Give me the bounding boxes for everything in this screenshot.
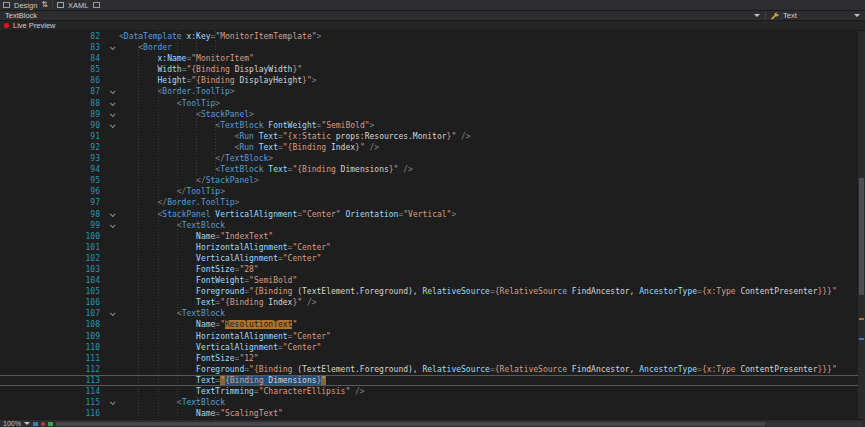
code-line[interactable]: 89 <StackPanel> (0, 109, 865, 120)
live-preview-bar: Live Preview (0, 21, 865, 31)
line-number: 100 (0, 231, 104, 242)
line-number: 103 (0, 264, 104, 275)
fold-chevron-icon[interactable] (104, 397, 119, 408)
fold-chevron-icon[interactable] (104, 98, 119, 109)
code-line[interactable]: 93 </TextBlock> (0, 153, 865, 164)
code-line[interactable]: 84 x:Name="MonitorItem" (0, 53, 865, 64)
code-line[interactable]: 106 Text="{Binding Index}" /> (0, 297, 865, 308)
code-line[interactable]: 113 Text="{Binding Dimensions}" (0, 375, 865, 386)
code-token: AncestorType (639, 287, 697, 296)
split-indicator-icon (33, 422, 38, 426)
swap-panes-icon[interactable]: ⇅ (41, 1, 48, 9)
code-line[interactable]: 105 Foreground="{Binding (TextElement.Fo… (0, 286, 865, 297)
code-line[interactable]: 88 <ToolTip> (0, 98, 865, 109)
design-tab[interactable]: Design (14, 1, 37, 10)
code-token: "MonitorItem" (191, 54, 254, 63)
code-token (119, 165, 215, 174)
zoom-chevron-icon[interactable] (24, 422, 30, 425)
line-number: 106 (0, 297, 104, 308)
fold-chevron-icon[interactable] (104, 308, 119, 319)
fold-chevron-icon[interactable] (104, 42, 119, 53)
chevron-down-icon[interactable] (854, 14, 860, 17)
code-line[interactable]: 95 </StackPanel> (0, 175, 865, 186)
code-line[interactable]: 109 HorizontalAlignment="Center" (0, 331, 865, 342)
code-line[interactable]: 82<DataTemplate x:Key="MonitorItemTempla… (0, 31, 865, 42)
code-line[interactable]: 104 FontWeight="SemiBold" (0, 275, 865, 286)
code-line[interactable]: 116 Name="ScalingText" (0, 408, 865, 419)
vertical-scrollbar[interactable] (858, 31, 865, 419)
scrollbar-thumb[interactable] (56, 422, 765, 426)
code-line[interactable]: 91 <Run Text="{x:Static props:Resources.… (0, 131, 865, 142)
sync-indicator-icon (48, 422, 53, 426)
code-line[interactable]: 112 Foreground="{Binding (TextElement.Fo… (0, 364, 865, 375)
line-number: 101 (0, 242, 104, 253)
design-surface-icon (3, 2, 10, 8)
split-pane-icon[interactable] (93, 2, 100, 8)
code-line[interactable]: 99 <TextBlock (0, 220, 865, 231)
line-number: 116 (0, 408, 104, 419)
code-line[interactable]: 108 Name="ResolutionText" (0, 319, 865, 330)
fold-chevron-icon[interactable] (104, 209, 119, 220)
code-token: "IndexText" (220, 232, 273, 241)
code-token: "{x:Static (283, 132, 336, 141)
code-line[interactable]: 86 Height="{Binding DisplayHeight}"> (0, 75, 865, 86)
code-line[interactable]: 110 VerticalAlignment="Center" (0, 342, 865, 353)
xaml-tab[interactable]: XAML (68, 1, 88, 10)
code-token: TextBlock (220, 165, 263, 174)
element-dropdown[interactable]: TextBlock (0, 11, 765, 20)
code-token: Index (331, 143, 355, 152)
code-token: StackPanel (201, 110, 249, 119)
code-line[interactable]: 103 FontSize="28" (0, 264, 865, 275)
xaml-doc-icon (57, 2, 64, 8)
code-token: "Center" (302, 210, 341, 219)
code-line[interactable]: 97 </Border.ToolTip> (0, 197, 865, 208)
property-dropdown[interactable]: Text (765, 11, 865, 20)
fold-chevron-icon[interactable] (104, 109, 119, 120)
code-line[interactable]: 94 <TextBlock Text="{Binding Dimensions}… (0, 164, 865, 175)
code-token: Index (268, 298, 292, 307)
code-token: (TextElement.Foreground), (297, 287, 417, 296)
code-token (119, 320, 196, 329)
code-line[interactable]: 85 Width="{Binding DisplayWidth}" (0, 64, 865, 75)
live-preview-label[interactable]: Live Preview (13, 21, 56, 30)
code-line[interactable]: 102 VerticalAlignment="Center" (0, 253, 865, 264)
code-token (119, 309, 177, 318)
code-line[interactable]: 114 TextTrimming="CharacterEllipsis" /> (0, 386, 865, 397)
code-line[interactable]: 92 <Run Text="{Binding Index}" /> (0, 142, 865, 153)
separator (52, 1, 53, 9)
scrollbar-thumb[interactable] (859, 178, 864, 294)
code-line[interactable]: 101 HorizontalAlignment="Center" (0, 242, 865, 253)
code-token: HorizontalAlignment (196, 243, 288, 252)
code-line[interactable]: 96 </ToolTip> (0, 186, 865, 197)
fold-chevron-icon[interactable] (104, 120, 119, 131)
code-line[interactable]: 98 <StackPanel VerticalAlignment="Center… (0, 209, 865, 220)
code-token: {RelativeSource (495, 365, 572, 374)
horizontal-scrollbar[interactable] (56, 422, 862, 426)
code-token: StackPanel (206, 176, 254, 185)
code-line[interactable]: 100 Name="IndexText" (0, 231, 865, 242)
line-number: 105 (0, 286, 104, 297)
code-token: Name (196, 409, 215, 418)
code-token: }" (355, 143, 365, 152)
code-token: > (235, 198, 240, 207)
code-line[interactable]: 111 FontSize="12" (0, 353, 865, 364)
code-line[interactable]: 107 <TextBlock (0, 308, 865, 319)
code-token: TextBlock (220, 121, 263, 130)
fold-chevron-icon[interactable] (104, 220, 119, 231)
line-number: 87 (0, 86, 104, 97)
caret-position-mark (859, 338, 864, 340)
code-line[interactable]: 90 <TextBlock FontWeight="SemiBold"> (0, 120, 865, 131)
code-token: Text (196, 376, 215, 385)
fold-chevron-icon[interactable] (104, 86, 119, 97)
code-token (119, 65, 158, 74)
zoom-level[interactable]: 100% (3, 420, 21, 427)
code-line[interactable]: 115 <TextBlock (0, 397, 865, 408)
code-token: ContentPresenter (740, 287, 817, 296)
code-line[interactable]: 87 <Border.ToolTip> (0, 86, 865, 97)
line-number: 97 (0, 197, 104, 208)
line-number: 93 (0, 153, 104, 164)
code-editor[interactable]: 82<DataTemplate x:Key="MonitorItemTempla… (0, 31, 865, 419)
code-token: "{Binding (220, 298, 268, 307)
code-line[interactable]: 83 <Border (0, 42, 865, 53)
chevron-down-icon[interactable] (754, 14, 760, 17)
